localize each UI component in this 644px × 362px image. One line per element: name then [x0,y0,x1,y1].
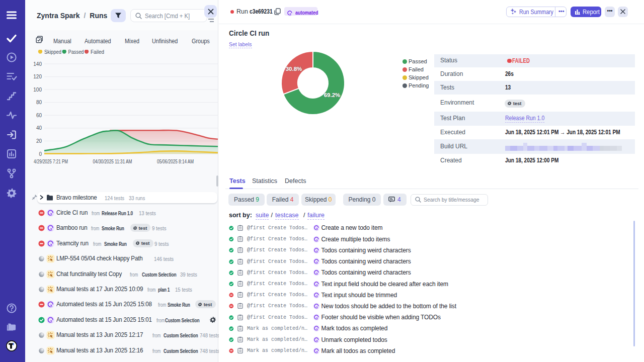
svg-text:4/29/2025 7:21 PM: 4/29/2025 7:21 PM [34,158,68,164]
svg-text:60: 60 [36,113,42,118]
svg-text:80: 80 [36,100,42,105]
svg-text:04/30/2025 11:31 AM: 04/30/2025 11:31 AM [93,158,132,164]
svg-text:40: 40 [36,125,42,131]
svg-text:69.2%: 69.2% [324,92,341,98]
svg-text:30.8%: 30.8% [286,66,302,72]
svg-text:Passed: Passed [68,49,84,55]
svg-text:140: 140 [33,61,42,67]
svg-text:20: 20 [36,138,42,144]
svg-text:120: 120 [33,74,42,79]
svg-text:100: 100 [33,87,42,93]
svg-text:Skipped: Skipped [44,49,61,55]
svg-text:0: 0 [39,151,42,157]
svg-text:05/06/2025 8:14 AM: 05/06/2025 8:14 AM [157,158,194,164]
svg-text:Failed: Failed [91,49,104,55]
